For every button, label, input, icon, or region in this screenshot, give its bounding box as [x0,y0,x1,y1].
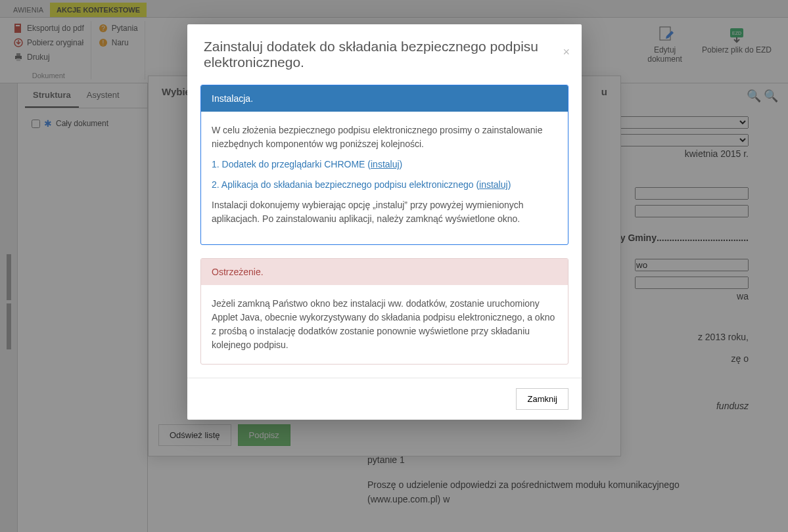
install-modal: Zainstaluj dodatek do składania bezpiecz… [187,24,582,420]
step1-text: 1. Dodatek do przeglądarki CHROME ( [212,159,371,169]
install-info-box: Instalacja. W celu złożenia bezpiecznego… [200,85,568,245]
step1-install-link[interactable]: instaluj [371,159,400,169]
step2-install-link[interactable]: instaluj [479,179,508,190]
warning-box: Ostrzeżenie. Jeżeli zamkną Państwo okno … [200,258,568,365]
step2-text: 2. Aplikacja do składania bezpiecznego p… [212,179,479,190]
warning-body: Jeżeli zamkną Państwo okno bez instalacj… [201,285,568,364]
warning-header: Ostrzeżenie. [201,259,568,285]
install-p2: Instalacji dokonujemy wybierając opcję „… [212,198,557,226]
step2-end: ) [508,179,511,190]
install-p1: W celu złożenia bezpiecznego podpisu ele… [212,123,557,151]
step1-end: ) [400,159,403,169]
modal-title: Zainstaluj dodatek do składania bezpiecz… [204,39,538,70]
close-icon[interactable]: × [563,45,570,59]
close-button[interactable]: Zamknij [516,388,568,410]
install-header: Instalacja. [201,85,568,112]
